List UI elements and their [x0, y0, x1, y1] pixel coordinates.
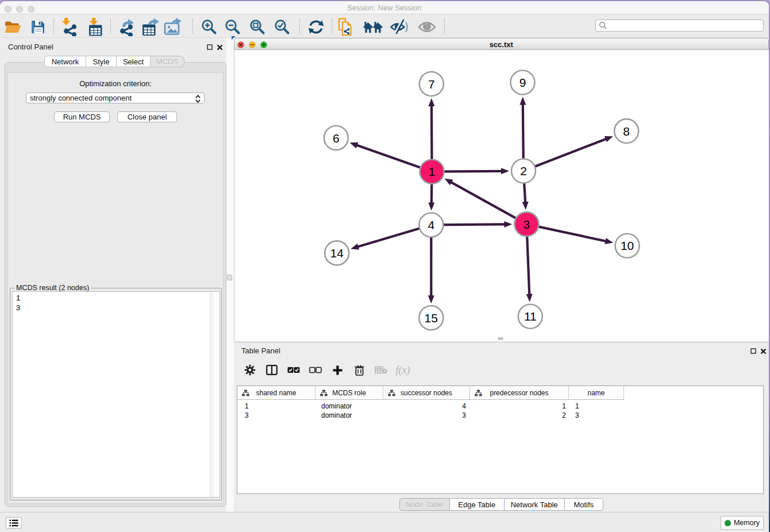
result-scrollbar[interactable]: [210, 292, 214, 497]
arrowhead-4-3: [504, 221, 512, 228]
optimization-criterion-label: Optimization criterion:: [8, 79, 223, 88]
import-network-icon: [60, 18, 78, 36]
houses-icon: [363, 20, 383, 34]
cell-predecessor-nodes[interactable]: 2: [470, 411, 569, 420]
close-panel-icon[interactable]: [215, 43, 224, 52]
edge-3-1[interactable]: [451, 182, 526, 224]
float-panel-icon[interactable]: [205, 43, 214, 52]
toolbar-separator: [444, 19, 445, 34]
mcds-result-list[interactable]: 1 3: [12, 291, 220, 498]
table-tab-network-table[interactable]: Network Table: [505, 498, 565, 511]
cell-shared-name[interactable]: 1: [237, 402, 315, 411]
import-table-button[interactable]: [86, 17, 105, 37]
splitter-handle[interactable]: [227, 275, 232, 280]
control-panel-tab-select[interactable]: Select: [117, 56, 151, 67]
zoom-out-button[interactable]: [223, 17, 242, 37]
control-panel-tab-mcds[interactable]: MCDS: [151, 56, 184, 67]
zoom-in-icon: [201, 19, 217, 35]
memory-button[interactable]: Memory: [721, 516, 764, 530]
zoom-selected-icon: [274, 19, 290, 35]
panel-splitter[interactable]: [226, 38, 234, 512]
table-settings-button[interactable]: [241, 361, 259, 379]
close-panel-button[interactable]: Close panel: [117, 111, 177, 122]
add-row-button[interactable]: [328, 361, 346, 379]
column-header-shared-name[interactable]: shared name: [237, 386, 315, 400]
close-table-panel-icon[interactable]: [759, 346, 768, 356]
column-type-icon: [388, 390, 395, 396]
column-header-name[interactable]: name: [569, 386, 624, 400]
status-bar: Memory: [0, 512, 769, 532]
main-toolbar: [0, 15, 769, 38]
cell-predecessor-nodes[interactable]: 1: [470, 402, 569, 411]
zoom-fit-button[interactable]: [248, 17, 267, 37]
application-window: Session: New Session: [0, 1, 769, 532]
arrowhead-4-14: [351, 244, 359, 250]
open-session-button[interactable]: [3, 17, 22, 37]
checked-boxes-icon: [287, 367, 300, 373]
select-all-button[interactable]: [284, 361, 303, 379]
hide-selected-button[interactable]: [390, 17, 410, 37]
cell-MCDS-role[interactable]: dominator: [315, 411, 383, 420]
save-session-button[interactable]: [28, 17, 48, 37]
home-network-button[interactable]: [363, 17, 383, 37]
cell-successor-nodes[interactable]: 3: [383, 411, 470, 420]
column-header-predecessor-nodes[interactable]: predecessor nodes: [470, 386, 569, 400]
export-image-button[interactable]: [163, 17, 183, 37]
table-panel: Table Panel: [234, 342, 769, 512]
network-window-titlebar: scc.txt: [234, 38, 769, 50]
zoom-out-icon: [225, 19, 241, 35]
column-header-successor-nodes[interactable]: successor nodes: [383, 386, 470, 400]
delete-table-button[interactable]: [372, 361, 390, 379]
float-table-panel-icon[interactable]: [749, 346, 758, 356]
chevron-up-down-icon: [195, 94, 201, 105]
cell-name[interactable]: 1: [569, 402, 624, 411]
delete-row-button[interactable]: [350, 361, 368, 379]
search-icon: [599, 21, 607, 30]
graph-node-label-7: 7: [428, 78, 435, 91]
open-folder-icon: [4, 20, 22, 34]
control-panel-tab-network[interactable]: Network: [44, 56, 86, 67]
export-network-button[interactable]: [118, 17, 137, 37]
criterion-value: strongly connected component: [30, 94, 132, 102]
toolbar-separator: [110, 19, 111, 34]
cell-successor-nodes[interactable]: 4: [383, 402, 470, 411]
arrowhead-4-15: [428, 295, 434, 303]
cell-MCDS-role[interactable]: dominator: [315, 402, 383, 411]
task-history-button[interactable]: [6, 517, 22, 529]
run-mcds-button[interactable]: Run MCDS: [54, 111, 110, 122]
zoom-in-button[interactable]: [199, 17, 219, 37]
show-all-button[interactable]: [417, 17, 437, 37]
search-input[interactable]: [607, 21, 763, 30]
table-tab-motifs[interactable]: Motifs: [565, 498, 603, 511]
control-panel: Control Panel NetworkStyleSelectMCDS Opt…: [0, 38, 226, 512]
arrowhead-1-4: [428, 202, 434, 210]
deselect-all-button[interactable]: [306, 361, 325, 379]
show-column-button[interactable]: [263, 361, 281, 379]
zoom-selected-button[interactable]: [272, 17, 292, 37]
export-table-button[interactable]: [141, 17, 160, 37]
canvas-scroll-thumb[interactable]: [498, 337, 503, 340]
table-row-2[interactable]: 3dominator323: [237, 411, 763, 420]
apply-layout-button[interactable]: [306, 17, 326, 37]
column-header-MCDS-role[interactable]: MCDS role: [315, 386, 383, 400]
cell-shared-name[interactable]: 3: [237, 411, 315, 420]
function-builder-button[interactable]: f(x): [394, 361, 412, 379]
search-box[interactable]: [595, 20, 764, 32]
node-table: shared nameMCDS rolesuccessor nodesprede…: [237, 385, 764, 494]
table-tab-node-table[interactable]: Node Table: [399, 498, 450, 511]
cell-name[interactable]: 3: [569, 411, 624, 420]
control-panel-header: Control Panel: [0, 38, 226, 55]
table-row-1[interactable]: 1dominator411: [237, 402, 763, 411]
criterion-select[interactable]: strongly connected component: [26, 92, 205, 103]
table-panel-header: Table Panel: [234, 342, 769, 357]
network-canvas[interactable]: 1234678910111415: [234, 50, 769, 341]
import-network-button[interactable]: [59, 17, 79, 37]
network-view-window: scc.txt 1234678910111415: [234, 38, 769, 341]
open-session-file-button[interactable]: [336, 17, 356, 37]
edge-2-8[interactable]: [523, 138, 607, 171]
arrowhead-2-8: [605, 136, 613, 142]
memory-label: Memory: [734, 519, 760, 527]
trash-icon: [355, 365, 364, 376]
control-panel-tab-style[interactable]: Style: [86, 56, 117, 67]
table-tab-edge-table[interactable]: Edge Table: [450, 498, 505, 511]
